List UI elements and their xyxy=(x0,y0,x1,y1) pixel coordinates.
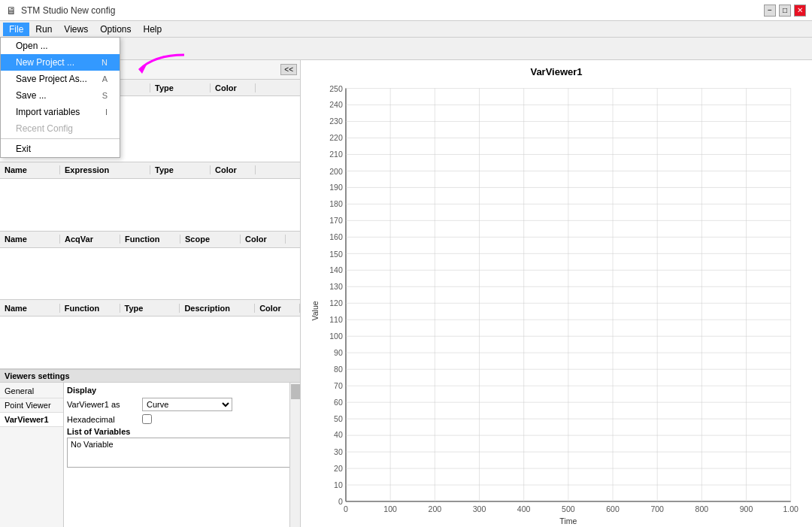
svg-text:190: 190 xyxy=(329,183,343,192)
svg-text:600: 600 xyxy=(606,504,620,513)
svg-text:40: 40 xyxy=(334,431,343,440)
svg-text:170: 170 xyxy=(329,216,343,225)
vs-hex-label: Hexadecimal xyxy=(67,415,142,424)
col-scope: Scope xyxy=(180,235,241,244)
chart-container: VarViewer1 Value 250 xyxy=(301,60,812,527)
table2-body xyxy=(0,179,300,217)
col-description: Description xyxy=(180,304,255,313)
col-type-4: Type xyxy=(120,304,180,313)
svg-text:150: 150 xyxy=(329,250,343,259)
svg-text:0: 0 xyxy=(338,497,343,506)
svg-text:80: 80 xyxy=(334,365,343,374)
menu-item-save-project-as[interactable]: Save Project As... A xyxy=(1,71,120,87)
title-controls: − □ ✕ xyxy=(764,5,806,17)
svg-text:70: 70 xyxy=(334,381,343,390)
viewers-settings-body: General Point Viewer VarViewer1 Display … xyxy=(0,383,300,527)
viewers-settings: Viewers settings General Point Viewer Va… xyxy=(0,369,300,527)
menu-item-save[interactable]: Save ... S xyxy=(1,87,120,104)
menu-options[interactable]: Options xyxy=(94,23,137,36)
menu-item-new-project-label: New Project ... xyxy=(16,57,74,68)
vs-display-label: Display xyxy=(67,386,297,395)
vs-list-of-vars: List of Variables No Variable xyxy=(67,427,297,468)
vs-tab-point-viewer[interactable]: Point Viewer xyxy=(0,398,63,413)
menu-bar: File Run Views Options Help xyxy=(0,21,812,38)
viewers-settings-title: Viewers settings xyxy=(0,370,300,383)
chart-title: VarViewer1 xyxy=(307,66,806,77)
svg-text:230: 230 xyxy=(329,117,343,126)
menu-item-exit-label: Exit xyxy=(16,144,31,154)
close-button[interactable]: ✕ xyxy=(794,5,806,17)
svg-text:160: 160 xyxy=(329,232,343,241)
vs-varviewer-select[interactable]: Curve Bar Table xyxy=(142,398,232,411)
menu-item-save-label: Save ... xyxy=(16,90,47,101)
svg-text:250: 250 xyxy=(329,84,343,93)
svg-text:120: 120 xyxy=(329,298,343,307)
svg-text:100: 100 xyxy=(329,332,343,341)
title-bar: 🖥 STM Studio New config − □ ✕ xyxy=(0,0,812,21)
vs-right-panel: Display VarViewer1 as Curve Bar Table He… xyxy=(64,383,300,527)
table-section-3: Name AcqVar Function Scope Color xyxy=(0,232,300,301)
col-name-2: Name xyxy=(0,165,60,174)
menu-item-exit[interactable]: Exit xyxy=(1,141,120,157)
col-type-2: Type xyxy=(150,165,211,174)
svg-text:400: 400 xyxy=(517,504,531,513)
vs-list-of-vars-box: No Variable xyxy=(67,438,297,468)
col-expression: Expression xyxy=(60,165,150,174)
svg-text:50: 50 xyxy=(334,414,343,423)
main-layout: Workspace Variables << Name Address Type… xyxy=(0,60,812,527)
table2-header: Name Expression Type Color xyxy=(0,162,300,179)
menu-views[interactable]: Views xyxy=(58,23,94,36)
vs-scrollbar[interactable] xyxy=(289,383,300,527)
col-function-4: Function xyxy=(60,304,120,313)
svg-text:200: 200 xyxy=(429,504,442,513)
table-section-4: Name Function Type Description Color xyxy=(0,300,300,369)
toolbar: Link SWD JTAG xyxy=(0,38,812,60)
minimize-button[interactable]: − xyxy=(764,5,776,17)
y-axis-label: Value xyxy=(311,301,320,320)
svg-text:900: 900 xyxy=(740,504,753,513)
right-panel: VarViewer1 Value 250 xyxy=(301,60,812,527)
svg-text:10: 10 xyxy=(334,480,343,489)
chart-svg: Value 250 240 xyxy=(307,80,806,525)
vs-hex-row: Hexadecimal xyxy=(67,414,297,424)
menu-help[interactable]: Help xyxy=(138,23,168,36)
menu-item-open[interactable]: Open ... xyxy=(1,38,120,54)
menu-item-new-project-shortcut: N xyxy=(102,58,108,67)
svg-text:200: 200 xyxy=(329,167,343,176)
svg-text:60: 60 xyxy=(334,398,343,407)
vs-tab-general[interactable]: General xyxy=(0,384,63,398)
svg-text:800: 800 xyxy=(695,504,709,513)
menu-item-import-variables[interactable]: Import variables I xyxy=(1,104,120,120)
svg-text:110: 110 xyxy=(329,315,343,324)
col-color-4: Color xyxy=(255,304,300,313)
svg-text:300: 300 xyxy=(473,504,486,513)
svg-text:20: 20 xyxy=(334,464,343,473)
menu-file[interactable]: File xyxy=(3,23,29,36)
table3-header: Name AcqVar Function Scope Color xyxy=(0,232,300,248)
tab-collapse-button[interactable]: << xyxy=(280,64,297,75)
svg-text:240: 240 xyxy=(329,100,343,109)
menu-item-import-variables-label: Import variables xyxy=(16,107,80,117)
col-color-1: Color xyxy=(211,83,256,92)
menu-item-open-label: Open ... xyxy=(16,41,48,51)
maximize-button[interactable]: □ xyxy=(779,5,791,17)
table-section-2: Name Expression Type Color xyxy=(0,162,300,232)
menu-item-new-project[interactable]: New Project ... N xyxy=(1,54,120,71)
col-function-3: Function xyxy=(120,235,180,244)
col-color-2: Color xyxy=(211,165,256,174)
menu-item-save-project-as-label: Save Project As... xyxy=(16,74,87,84)
app-icon: 🖥 xyxy=(6,5,17,17)
col-acqvar: AcqVar xyxy=(60,235,120,244)
vs-tab-varviewer1[interactable]: VarViewer1 xyxy=(0,413,63,427)
menu-run[interactable]: Run xyxy=(29,23,58,36)
menu-separator xyxy=(1,138,120,139)
svg-text:90: 90 xyxy=(334,348,343,357)
table3-body xyxy=(0,248,300,286)
svg-text:1.00: 1.00 xyxy=(783,504,798,513)
vs-no-variable: No Variable xyxy=(71,440,114,449)
svg-text:30: 30 xyxy=(334,447,343,456)
svg-text:500: 500 xyxy=(562,504,575,513)
vs-hex-checkbox[interactable] xyxy=(142,414,152,424)
vs-scrollbar-thumb xyxy=(291,384,300,399)
vs-list-of-vars-title: List of Variables xyxy=(67,427,297,436)
